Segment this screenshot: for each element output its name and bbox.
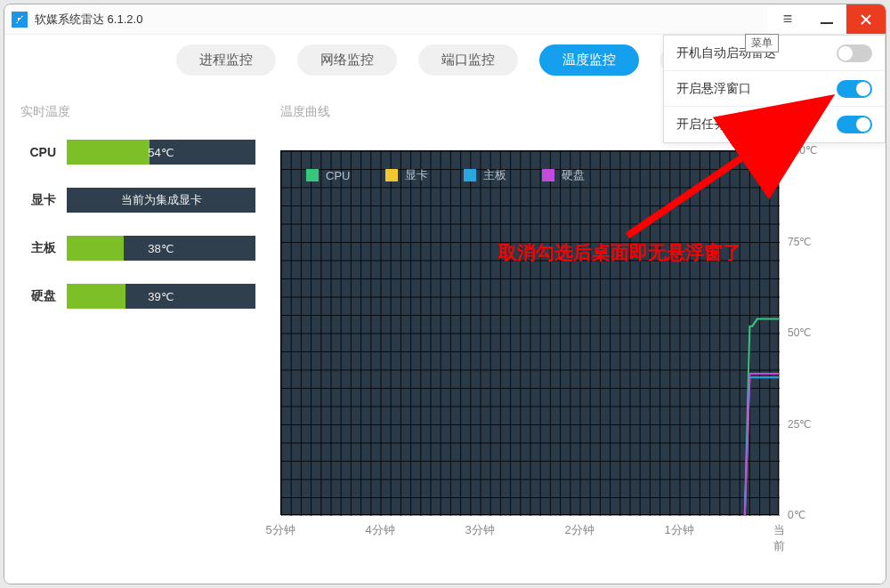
- temp-label: CPU: [20, 145, 56, 159]
- settings-toggle-2[interactable]: [837, 116, 872, 133]
- x-tick: 当前: [773, 522, 785, 554]
- app-icon: [12, 12, 28, 28]
- y-tick: 25℃: [788, 418, 811, 431]
- annotation-text: 取消勾选后桌面即无悬浮窗了: [498, 240, 741, 265]
- menu-tooltip: 菜单: [745, 34, 779, 52]
- settings-toggle-0[interactable]: [837, 44, 872, 62]
- temp-row-显卡: 显卡当前为集成显卡: [20, 188, 255, 213]
- window-controls: ≡: [768, 4, 886, 34]
- close-button[interactable]: [846, 4, 886, 34]
- temp-label: 显卡: [20, 192, 56, 208]
- temp-label: 主板: [20, 240, 56, 256]
- temp-row-CPU: CPU54℃: [20, 140, 255, 165]
- x-tick: 2分钟: [564, 522, 594, 538]
- temp-bar: 39℃: [67, 284, 255, 309]
- tab-2[interactable]: 端口监控: [418, 44, 518, 76]
- settings-label: 开启悬浮窗口: [676, 81, 751, 97]
- x-tick: 5分钟: [265, 522, 295, 538]
- app-title: 软媒系统雷达 6.1.2.0: [35, 12, 142, 28]
- legend-硬盘: 硬盘: [542, 167, 585, 183]
- tab-3[interactable]: 温度监控: [539, 44, 639, 76]
- temp-value: 39℃: [148, 290, 174, 303]
- title-bar: 软媒系统雷达 6.1.2.0 ≡: [4, 4, 886, 35]
- temp-label: 硬盘: [20, 288, 56, 304]
- chart-plot: CPU显卡主板硬盘: [280, 150, 779, 515]
- chart-panel: 温度曲线 CPU显卡主板硬盘 0℃25℃50℃75℃100℃ 5分钟4分钟3分钟…: [271, 85, 886, 584]
- x-tick: 4分钟: [365, 522, 394, 538]
- y-tick: 75℃: [788, 236, 811, 248]
- y-tick: 0℃: [788, 509, 805, 521]
- realtime-panel: 实时温度 CPU54℃显卡当前为集成显卡主板38℃硬盘39℃: [4, 85, 271, 584]
- temp-value: 当前为集成显卡: [121, 192, 202, 208]
- temp-row-主板: 主板38℃: [20, 236, 255, 261]
- chart-legend: CPU显卡主板硬盘: [306, 167, 585, 183]
- settings-label: 开启任务栏窗口: [676, 117, 764, 133]
- minimize-button[interactable]: [807, 4, 846, 34]
- tab-1[interactable]: 网络监控: [297, 44, 397, 76]
- temp-value: 54℃: [148, 146, 174, 159]
- y-tick: 100℃: [788, 144, 817, 157]
- temp-bar: 54℃: [67, 140, 255, 165]
- settings-row-2: 开启任务栏窗口: [664, 107, 885, 142]
- tab-0[interactable]: 进程监控: [176, 44, 276, 76]
- y-tick: 50℃: [788, 326, 811, 339]
- legend-主板: 主板: [464, 167, 506, 183]
- settings-toggle-1[interactable]: [837, 80, 872, 98]
- temp-bar: 当前为集成显卡: [67, 188, 255, 213]
- temp-row-硬盘: 硬盘39℃: [20, 284, 255, 309]
- x-tick: 1分钟: [664, 522, 693, 538]
- temp-value: 38℃: [148, 242, 174, 255]
- temp-bar: 38℃: [67, 236, 255, 261]
- x-tick: 3分钟: [465, 522, 494, 538]
- legend-CPU: CPU: [306, 169, 350, 182]
- menu-button[interactable]: ≡: [768, 4, 807, 34]
- legend-显卡: 显卡: [385, 167, 428, 183]
- settings-row-1: 开启悬浮窗口: [664, 71, 885, 107]
- realtime-title: 实时温度: [20, 104, 255, 120]
